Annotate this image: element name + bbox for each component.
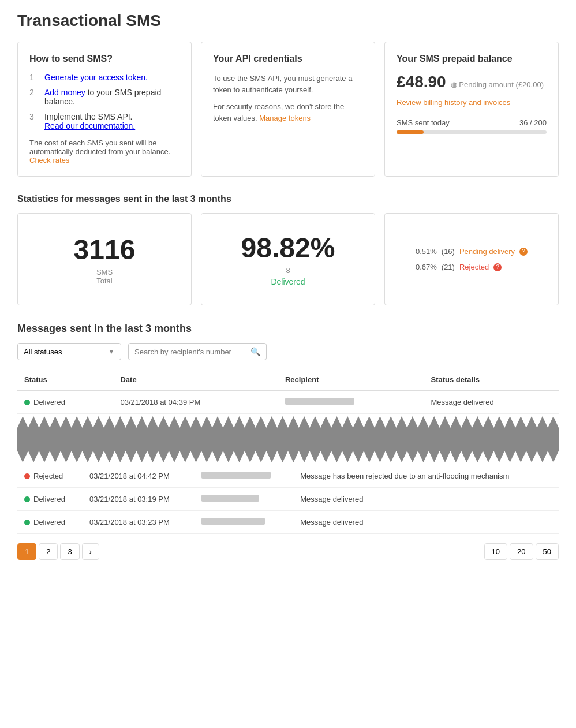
messages-tbody-2: Rejected 03/21/2018 at 04:42 PM Message … bbox=[17, 465, 559, 534]
search-input[interactable] bbox=[134, 348, 250, 356]
stat-breakdown: 0.51% (16) Pending delivery ? 0.67% (21)… bbox=[416, 247, 528, 271]
generate-token-link[interactable]: Generate your access token. bbox=[44, 73, 148, 82]
messages-tbody: Delivered 03/21/2018 at 04:39 PM Message… bbox=[17, 390, 559, 414]
balance-amount-row: £48.90 ◍ Pending amount (£20.00) bbox=[397, 73, 547, 94]
top-cards-row: How to send SMS? 1 Generate your access … bbox=[17, 42, 559, 177]
table-row: Delivered 03/21/2018 at 03:19 PM Message… bbox=[17, 488, 559, 511]
messages-table-2: Rejected 03/21/2018 at 04:42 PM Message … bbox=[17, 465, 559, 534]
table-row: Delivered 03/21/2018 at 03:23 PM Message… bbox=[17, 511, 559, 534]
total-stat-card: 3116 SMS Total bbox=[17, 213, 192, 305]
api-credentials-card: Your API credentials To use the SMS API,… bbox=[201, 42, 375, 177]
total-sms-label: SMS bbox=[96, 268, 113, 277]
messages-section: Messages sent in the last 3 months All s… bbox=[17, 323, 559, 560]
api-creds-title: Your API credentials bbox=[213, 54, 363, 64]
next-page-button[interactable]: › bbox=[82, 543, 99, 560]
torn-top bbox=[17, 416, 559, 428]
add-money-link[interactable]: Add money bbox=[44, 88, 85, 97]
breakdown-stat-card: 0.51% (16) Pending delivery ? 0.67% (21)… bbox=[384, 213, 559, 305]
page-2-button[interactable]: 2 bbox=[39, 543, 58, 560]
delivered-percent: 98.82% bbox=[241, 232, 335, 264]
manage-tokens-link[interactable]: Manage tokens bbox=[259, 114, 311, 122]
pending-count: (16) bbox=[442, 247, 455, 256]
pagination: 1 2 3 › 10 20 50 bbox=[17, 543, 559, 560]
read-docs-link[interactable]: Read our documentation. bbox=[44, 121, 135, 130]
col-details: Status details bbox=[424, 369, 559, 390]
balance-title: Your SMS prepaid balance bbox=[397, 54, 547, 64]
review-billing-link[interactable]: Review billing history and invoices bbox=[397, 98, 547, 107]
step-3-text: Implement the SMS API. Read our document… bbox=[44, 112, 135, 130]
chevron-down-icon: ▼ bbox=[108, 348, 115, 356]
status-filter-wrapper[interactable]: All statuses Delivered Rejected Pending … bbox=[17, 343, 121, 360]
pending-delivery-item: 0.51% (16) Pending delivery ? bbox=[416, 247, 528, 256]
step-2-num: 2 bbox=[29, 88, 39, 97]
step-1: 1 Generate your access token. bbox=[29, 73, 179, 82]
rejected-label: Rejected bbox=[459, 263, 489, 271]
col-recipient: Recipient bbox=[278, 369, 424, 390]
torn-middle bbox=[17, 428, 559, 451]
page-size-50[interactable]: 50 bbox=[536, 543, 559, 560]
delivered-count: 8 bbox=[286, 266, 290, 275]
pending-delivery-label: Pending delivery bbox=[459, 247, 515, 256]
rejected-info-icon[interactable]: ? bbox=[493, 263, 502, 271]
rejected-item: 0.67% (21) Rejected ? bbox=[416, 263, 528, 271]
search-icon[interactable]: 🔍 bbox=[250, 347, 260, 356]
rejected-count: (21) bbox=[442, 263, 455, 271]
step-2: 2 Add money to your SMS prepaid balance. bbox=[29, 88, 179, 106]
how-to-send-title: How to send SMS? bbox=[29, 54, 179, 64]
search-wrapper: 🔍 bbox=[128, 343, 267, 360]
col-date: Date bbox=[113, 369, 278, 390]
filters-row: All statuses Delivered Rejected Pending … bbox=[17, 343, 559, 360]
how-to-send-card: How to send SMS? 1 Generate your access … bbox=[17, 42, 192, 177]
col-status: Status bbox=[17, 369, 113, 390]
progress-bar-bg bbox=[397, 130, 547, 134]
how-to-send-footer: The cost of each SMS you sent will be au… bbox=[29, 139, 179, 165]
delivered-stat-card: 98.82% 8 Delivered bbox=[201, 213, 375, 305]
page-size-buttons: 10 20 50 bbox=[484, 543, 559, 560]
step-2-text: Add money to your SMS prepaid balance. bbox=[44, 88, 179, 106]
statistics-section: Statistics for messages sent in the last… bbox=[17, 194, 559, 305]
total-sublabel: Total bbox=[96, 277, 112, 285]
balance-amount: £48.90 bbox=[397, 73, 446, 91]
page-1-button[interactable]: 1 bbox=[17, 543, 36, 560]
step-3-num: 3 bbox=[29, 112, 39, 121]
rejected-pct: 0.67% bbox=[416, 263, 437, 271]
api-creds-para1: To use the SMS API, you must generate a … bbox=[213, 73, 363, 95]
api-creds-para2: For security reasons, we don't store the… bbox=[213, 101, 363, 124]
total-number: 3116 bbox=[74, 234, 136, 266]
progress-bar-fill bbox=[397, 130, 424, 134]
page-title: Transactional SMS bbox=[17, 12, 559, 30]
sms-today-label: SMS sent today bbox=[397, 118, 450, 127]
check-rates-link[interactable]: Check rates bbox=[29, 156, 69, 165]
status-filter-select[interactable]: All statuses Delivered Rejected Pending … bbox=[24, 348, 104, 356]
page-size-20[interactable]: 20 bbox=[510, 543, 533, 560]
page-3-button[interactable]: 3 bbox=[60, 543, 79, 560]
balance-card: Your SMS prepaid balance £48.90 ◍ Pendin… bbox=[384, 42, 559, 177]
step-1-num: 1 bbox=[29, 73, 39, 82]
table-header: Status Date Recipient Status details bbox=[17, 369, 559, 390]
sms-today-row: SMS sent today 36 / 200 bbox=[397, 118, 547, 127]
pending-pct: 0.51% bbox=[416, 247, 437, 256]
step-1-text: Generate your access token. bbox=[44, 73, 148, 82]
delivered-label: Delivered bbox=[271, 277, 305, 286]
step-3: 3 Implement the SMS API. Read our docume… bbox=[29, 112, 179, 130]
table-row: Rejected 03/21/2018 at 04:42 PM Message … bbox=[17, 465, 559, 488]
sms-today-value: 36 / 200 bbox=[519, 118, 547, 127]
pending-amount: ◍ Pending amount (£20.00) bbox=[451, 80, 544, 89]
pending-info-icon[interactable]: ? bbox=[519, 248, 528, 256]
stats-cards-row: 3116 SMS Total 98.82% 8 Delivered 0.51% … bbox=[17, 213, 559, 305]
messages-table: Status Date Recipient Status details Del… bbox=[17, 369, 559, 414]
messages-title: Messages sent in the last 3 months bbox=[17, 323, 559, 335]
table-row: Delivered 03/21/2018 at 04:39 PM Message… bbox=[17, 390, 559, 414]
torn-bottom bbox=[17, 451, 559, 462]
stats-title: Statistics for messages sent in the last… bbox=[17, 194, 559, 204]
torn-section bbox=[17, 416, 559, 462]
page-size-10[interactable]: 10 bbox=[484, 543, 507, 560]
